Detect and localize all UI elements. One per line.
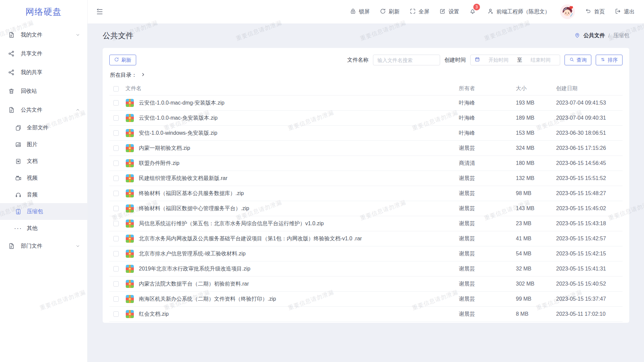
settings-button[interactable]: 设置 — [439, 8, 459, 16]
breadcrumb-root[interactable]: 公共文件 — [584, 32, 605, 39]
file-name[interactable]: 终验材料（福田区数据中心管理服务平台）.zip — [139, 205, 459, 212]
sidebar-item-recycle-bin[interactable]: 回收站 — [0, 82, 87, 101]
query-button[interactable]: 查询 — [565, 55, 591, 65]
row-checkbox-cell — [109, 206, 125, 211]
row-checkbox[interactable] — [113, 281, 119, 287]
start-date-placeholder[interactable]: 开始时间 — [483, 57, 514, 63]
table-row[interactable]: 安信-1.0.0-windows-免安装版.zip 叶海峰 153 MB 202… — [109, 126, 623, 141]
select-all-checkbox[interactable] — [113, 86, 119, 92]
sidebar-item-others[interactable]: ··· 其他 — [0, 220, 87, 237]
end-date-placeholder[interactable]: 结束时间 — [526, 57, 556, 63]
row-checkbox[interactable] — [113, 115, 119, 121]
sidebar-item-documents[interactable]: 文档 — [0, 153, 87, 170]
row-checkbox[interactable] — [113, 251, 119, 256]
file-name[interactable]: 终验材料（福田区基本公共服务数据库）.zip — [139, 190, 459, 197]
lock-screen-label: 锁屏 — [359, 8, 370, 15]
row-checkbox[interactable] — [113, 130, 119, 136]
table-row[interactable]: 2019年北京市水行政审批系统升级改造项目.zip 谢晨芸 32 MB 2023… — [109, 261, 623, 277]
row-checkbox[interactable] — [113, 206, 119, 211]
sidebar-item-images[interactable]: 图片 — [0, 136, 87, 153]
directory-label: 所在目录： — [110, 72, 137, 79]
file-name[interactable]: 云安信-1.0.0-mac-dmg-安装版本.zip — [139, 100, 459, 107]
notifications-button[interactable]: 3 — [469, 8, 476, 16]
table-row[interactable]: 红会文档.zip 谢晨芸 8 MB 2023-05-11 17:02:10 — [109, 307, 623, 322]
sidebar-item-department-files[interactable]: 部门文件 — [0, 237, 87, 255]
file-name[interactable]: 云安信-1.0.0-mac-免安装版本.zip — [139, 115, 459, 122]
menu-fold-icon[interactable] — [96, 8, 103, 15]
file-name[interactable]: 内蒙一期初验文档.zip — [139, 145, 459, 152]
lock-screen-button[interactable]: 锁屏 — [350, 8, 370, 16]
row-checkbox[interactable] — [113, 145, 119, 151]
sidebar-item-videos[interactable]: 视频 — [0, 170, 87, 186]
table-row[interactable]: 云安信-1.0.0-mac-免安装版本.zip 叶海峰 189 MB 2023-… — [109, 111, 623, 126]
date-range-picker[interactable]: 开始时间 至 结束时间 — [470, 55, 560, 65]
avatar[interactable] — [560, 4, 575, 19]
table-row[interactable]: 局信息系统运行维护（第五包：北京市水务局综合信息平台运行维护）v1.0.zip … — [109, 216, 623, 231]
file-name[interactable]: 局信息系统运行维护（第五包：北京市水务局综合信息平台运行维护）v1.0.zip — [139, 220, 459, 227]
fullscreen-button[interactable]: 全屏 — [410, 8, 429, 16]
file-size: 324 MB — [516, 145, 556, 151]
row-checkbox-cell — [109, 266, 125, 272]
row-checkbox[interactable] — [113, 296, 119, 302]
sort-button[interactable]: 排序 — [596, 55, 623, 65]
sidebar-item-my-files[interactable]: 我的文件 — [0, 25, 87, 44]
file-name[interactable]: 2019年北京市水行政审批系统升级改造项目.zip — [139, 265, 459, 273]
table-row[interactable]: 云安信-1.0.0-mac-dmg-安装版本.zip 叶海峰 193 MB 20… — [109, 96, 623, 111]
table-row[interactable]: 民建组织管理系统验收文档最新版.rar 谢晨芸 132 MB 2023-05-1… — [109, 171, 623, 186]
archive-file-icon — [125, 295, 139, 303]
logout-button[interactable]: 退出 — [615, 8, 635, 16]
table-row[interactable]: 内蒙一期初验文档.zip 谢晨芸 324 MB 2023-06-15 17:15… — [109, 141, 623, 156]
row-checkbox[interactable] — [113, 311, 119, 317]
undo-icon — [585, 8, 591, 16]
refresh-button[interactable]: 刷新 — [380, 8, 399, 16]
file-name[interactable]: 红会文档.zip — [139, 311, 459, 318]
table-row[interactable]: 终验材料（福田区数据中心管理服务平台）.zip 谢晨芸 143 MB 2023-… — [109, 201, 623, 216]
table-row[interactable]: 内蒙古法院大数据平台（二期）初验前资料.rar 谢晨芸 302 MB 2023-… — [109, 277, 623, 292]
file-owner: 谢晨芸 — [459, 220, 516, 227]
table-row[interactable]: 北京市水务局内网改版及公共服务基础平台建设项目（第1包：内网改版）终验验文档-v… — [109, 231, 623, 246]
file-name[interactable]: 北京市排水户信息管理系统-竣工验收材料.zip — [139, 250, 459, 257]
file-name[interactable]: 内蒙古法院大数据平台（二期）初验前资料.rar — [139, 281, 459, 288]
file-name[interactable]: 安信-1.0.0-windows-免安装版.zip — [139, 130, 459, 137]
refresh-list-button[interactable]: 刷新 — [109, 55, 136, 65]
sidebar-item-all-files[interactable]: 全部文件 — [0, 119, 87, 136]
table-row[interactable]: 联盟办件附件.zip 商清清 180 MB 2023-06-15 14:56:4… — [109, 156, 623, 171]
file-name[interactable]: 南海区机关新办公系统（二期）文件资料（终验打印）.zip — [139, 296, 459, 303]
sidebar-nav: 我的文件 共享文件 我的共享 回收站 公共文件 — [0, 23, 87, 255]
row-checkbox[interactable] — [113, 100, 119, 106]
row-checkbox[interactable] — [113, 266, 119, 272]
row-checkbox-cell — [109, 281, 125, 287]
row-checkbox-cell — [109, 145, 125, 151]
file-owner: 谢晨芸 — [459, 250, 516, 257]
row-checkbox[interactable] — [113, 236, 119, 241]
archive-file-icon — [125, 234, 139, 243]
file-owner: 谢晨芸 — [459, 205, 516, 212]
sidebar-item-label: 共享文件 — [21, 50, 42, 57]
file-name[interactable]: 北京市水务局内网改版及公共服务基础平台建设项目（第1包：内网改版）终验验文档-v… — [139, 235, 459, 242]
row-checkbox-cell — [109, 100, 125, 106]
row-checkbox[interactable] — [113, 176, 119, 181]
sidebar-item-shared-files[interactable]: 共享文件 — [0, 44, 87, 63]
table-row[interactable]: 南海区机关新办公系统（二期）文件资料（终验打印）.zip 谢晨芸 99 MB 2… — [109, 292, 623, 307]
table-row[interactable]: 北京市排水户信息管理系统-竣工验收材料.zip 谢晨芸 54 MB 2023-0… — [109, 246, 623, 261]
file-created: 2023-07-04 09:41:53 — [556, 100, 623, 106]
current-directory: 所在目录： — [110, 71, 623, 79]
row-checkbox[interactable] — [113, 221, 119, 226]
sidebar-item-audio[interactable]: 音频 — [0, 186, 87, 203]
doc-icon — [15, 158, 21, 165]
sidebar-item-archives[interactable]: 压缩包 — [0, 203, 87, 220]
file-name[interactable]: 联盟办件附件.zip — [139, 160, 459, 167]
file-size: 23 MB — [516, 221, 556, 227]
table-row[interactable]: 终验材料（福田区基本公共服务数据库）.zip 谢晨芸 98 MB 2023-05… — [109, 186, 623, 201]
sidebar-item-my-shares[interactable]: 我的共享 — [0, 63, 87, 82]
row-checkbox[interactable] — [113, 191, 119, 196]
sidebar-item-public-files[interactable]: 公共文件 — [0, 101, 87, 119]
sidebar-item-label: 文档 — [27, 158, 38, 165]
filename-search-input[interactable] — [373, 55, 440, 65]
user-menu[interactable]: 前端工程师（陈思文） — [487, 8, 550, 16]
file-name[interactable]: 民建组织管理系统验收文档最新版.rar — [139, 175, 459, 182]
home-button[interactable]: 首页 — [585, 8, 605, 16]
chevron-right-icon[interactable] — [141, 72, 145, 78]
query-label: 查询 — [577, 57, 587, 63]
row-checkbox[interactable] — [113, 161, 119, 166]
